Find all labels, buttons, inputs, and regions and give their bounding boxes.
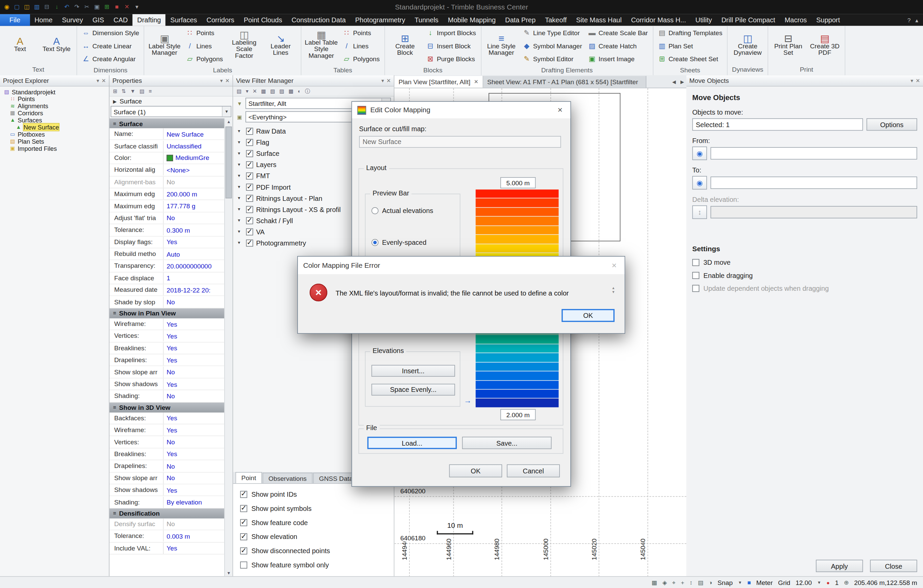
option-checkbox[interactable] bbox=[240, 547, 247, 555]
orbit-icon[interactable]: ◑ bbox=[709, 579, 712, 586]
expand-icon[interactable]: ▶ bbox=[113, 99, 117, 104]
property-row[interactable]: Vertices: No bbox=[110, 437, 225, 448]
evenly-spaced-radio[interactable]: Evenly-spaced bbox=[371, 239, 427, 246]
filter-checkbox[interactable] bbox=[246, 205, 253, 213]
property-row[interactable]: Shade by slop No bbox=[110, 296, 225, 308]
pin-icon[interactable]: ▾ bbox=[910, 78, 913, 84]
ribbon-button[interactable]: / Lines bbox=[183, 39, 226, 53]
options-button[interactable]: Options bbox=[867, 118, 917, 131]
property-row[interactable]: Backfaces: Yes bbox=[110, 412, 225, 424]
properties-section-header[interactable]: ≡ Show in Plan View bbox=[110, 308, 225, 319]
cut-icon[interactable]: ✂ bbox=[83, 3, 90, 11]
dialog-title-bar[interactable]: Color Mapping File Error ✕ bbox=[298, 257, 624, 274]
expand-icon[interactable]: ▾ bbox=[238, 151, 243, 156]
tree-item[interactable]: ▭ Plotboxes bbox=[1, 130, 107, 138]
settings-checkbox[interactable] bbox=[692, 259, 700, 266]
ribbon-tab[interactable]: CAD bbox=[109, 14, 133, 26]
point-option-row[interactable]: Show feature code bbox=[234, 516, 393, 530]
property-row[interactable]: Breaklines: Yes bbox=[110, 342, 225, 354]
pin-icon[interactable]: ▾ bbox=[96, 78, 99, 84]
ribbon-button[interactable]: ▤ Drafting Templates bbox=[655, 26, 725, 39]
property-row[interactable]: Transparency: 20.0000000000 bbox=[110, 260, 225, 272]
property-row[interactable]: Drapelines: Yes bbox=[110, 354, 225, 366]
filter-checkbox[interactable] bbox=[246, 228, 253, 235]
ribbon-tab[interactable]: Site Mass Haul bbox=[572, 14, 626, 26]
import-icon[interactable]: ↓ bbox=[53, 3, 61, 11]
grid-label[interactable]: Grid bbox=[778, 579, 790, 586]
chevron-down-icon[interactable]: ▼ bbox=[738, 580, 742, 584]
close-icon[interactable]: ✕ bbox=[474, 79, 478, 85]
option-checkbox[interactable] bbox=[240, 505, 247, 512]
property-row[interactable]: Color: MediumGre bbox=[110, 152, 225, 164]
new-project-icon[interactable]: ▢ bbox=[13, 3, 21, 11]
property-row[interactable]: Include VAL: Yes bbox=[110, 542, 225, 554]
ribbon-tab[interactable]: Point Clouds bbox=[239, 14, 287, 26]
expand-icon[interactable]: ▾ bbox=[238, 173, 243, 179]
expand-icon[interactable]: ▾ bbox=[238, 128, 243, 133]
settings-checkbox[interactable] bbox=[692, 285, 700, 292]
ribbon-tab[interactable]: Surfaces bbox=[166, 14, 202, 26]
layers-icon[interactable]: ◈ bbox=[662, 579, 667, 586]
insert-button[interactable]: Insert... bbox=[371, 365, 455, 377]
ribbon-button[interactable]: ⊞ Create Sheet Set bbox=[655, 53, 725, 65]
filter-checkbox[interactable] bbox=[246, 217, 253, 224]
property-row[interactable]: Surface classifi Unclassified bbox=[110, 140, 225, 152]
units-label[interactable]: Meter bbox=[756, 579, 773, 586]
delete-icon[interactable]: ✕ bbox=[123, 3, 131, 11]
settings-option-row[interactable]: Enable dragging bbox=[692, 272, 917, 279]
ribbon-tab[interactable]: Mobile Mapping bbox=[443, 14, 500, 26]
radio-icon[interactable] bbox=[371, 207, 379, 214]
property-row[interactable]: Tolerance: 0.003 m bbox=[110, 531, 225, 542]
pan-icon[interactable]: ↕ bbox=[690, 579, 693, 586]
property-row[interactable]: Tolerance: 0.300 m bbox=[110, 224, 225, 236]
layout-icon[interactable]: ▤ bbox=[140, 88, 145, 94]
selection-icon[interactable]: ▦ bbox=[652, 579, 657, 586]
ribbon-tab[interactable]: Construction Data bbox=[287, 14, 350, 26]
settings-option-row[interactable]: 3D move bbox=[692, 259, 917, 266]
close-icon[interactable]: ✕ bbox=[102, 78, 106, 84]
copy-icon[interactable]: ▣ bbox=[93, 3, 101, 11]
ribbon-tab[interactable]: Survey bbox=[57, 14, 87, 26]
ribbon-button[interactable]: ▱ Polygons bbox=[183, 53, 226, 65]
info-icon[interactable]: ⓘ bbox=[305, 87, 310, 95]
sort-icon[interactable]: ⇅ bbox=[122, 88, 126, 94]
point-option-row[interactable]: Show feature symbol only bbox=[234, 558, 393, 572]
objects-to-move-field[interactable]: Selected: 1 bbox=[692, 118, 863, 131]
point-option-row[interactable]: Show point IDs bbox=[234, 487, 393, 501]
tree-item[interactable]: ▤ Standardprojekt bbox=[1, 88, 107, 95]
scroll-down-icon[interactable]: ▼ bbox=[227, 570, 231, 577]
property-row[interactable]: Display flags: Yes bbox=[110, 237, 225, 248]
property-row[interactable]: Show shadows Yes bbox=[110, 484, 225, 496]
option-checkbox[interactable] bbox=[240, 491, 247, 498]
ribbon-tab[interactable]: Drafting bbox=[133, 14, 166, 26]
ribbon-button[interactable]: ▤ Create 3D PDF bbox=[806, 26, 843, 64]
expand-icon[interactable]: ▾ bbox=[238, 162, 243, 168]
ribbon-button[interactable]: ⊟ Print Plan Set bbox=[770, 26, 807, 64]
filter-icon[interactable]: ▼ bbox=[130, 88, 136, 94]
ribbon-button[interactable]: ∠ Create Angular bbox=[79, 53, 142, 65]
ribbon-button[interactable]: ✎ Line Type Editor bbox=[520, 26, 585, 39]
property-row[interactable]: Breaklines: Yes bbox=[110, 448, 225, 460]
snap-control[interactable]: Snap bbox=[718, 579, 732, 586]
settings-icon[interactable]: ≡ bbox=[149, 88, 152, 94]
ribbon-button[interactable]: ∷ Points bbox=[340, 26, 383, 39]
ribbon-tab[interactable]: Tunnels bbox=[410, 14, 443, 26]
property-row[interactable]: Measured date 2018-12-22 20: bbox=[110, 284, 225, 296]
close-icon[interactable]: ✕ bbox=[386, 78, 391, 84]
ribbon-button[interactable]: ▨ Create Hatch bbox=[585, 39, 651, 53]
expand-icon[interactable]: ▾ bbox=[238, 207, 243, 212]
filter-checkbox[interactable] bbox=[246, 183, 253, 191]
tree-item[interactable]: ≋ Alignments bbox=[1, 102, 107, 110]
properties-section-header[interactable]: ≡ Surface bbox=[110, 118, 225, 128]
ok-button[interactable]: OK bbox=[449, 464, 502, 477]
print-icon[interactable]: ⊟ bbox=[43, 3, 51, 11]
property-row[interactable]: Vertices: Yes bbox=[110, 330, 225, 342]
properties-section-header[interactable]: ≡ Densification bbox=[110, 508, 225, 518]
filter-checkbox[interactable] bbox=[246, 172, 253, 179]
ribbon-tab[interactable]: Macros bbox=[780, 14, 812, 26]
property-row[interactable]: Shading: No bbox=[110, 390, 225, 402]
property-row[interactable]: Face displace 1 bbox=[110, 272, 225, 284]
ribbon-button[interactable]: / Lines bbox=[340, 39, 383, 53]
pin-icon[interactable]: ▾ bbox=[381, 78, 384, 84]
target-icon[interactable]: ⌖ bbox=[672, 579, 675, 586]
